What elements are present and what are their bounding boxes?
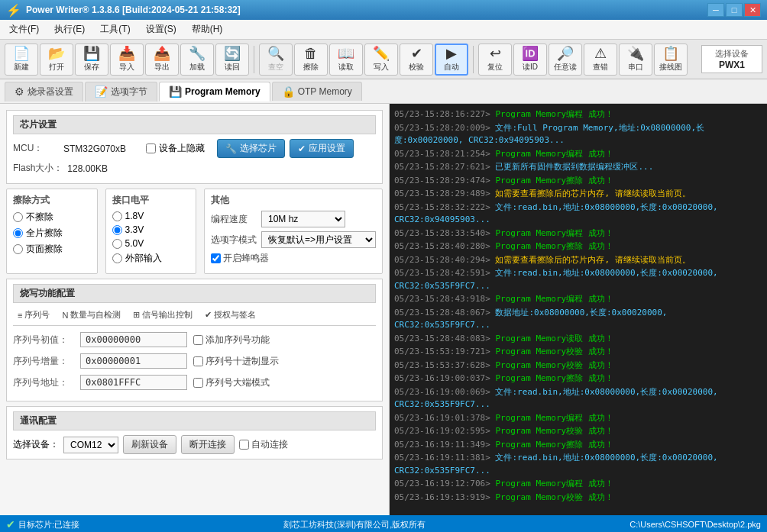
interface-section: 接口电平 1.8V 3.3V 5.0V: [105, 189, 197, 274]
check-empty-button[interactable]: 🔍 查空: [259, 44, 293, 76]
open-button[interactable]: 📂 打开: [40, 44, 73, 76]
auto-connect-checkbox[interactable]: 自动连接: [239, 438, 288, 451]
check-error-button[interactable]: ⚠ 查错: [584, 44, 617, 76]
menu-tools[interactable]: 工具(T): [94, 21, 136, 37]
reset-button[interactable]: ↩ 复位: [478, 44, 512, 76]
menu-bar: 文件(F) 执行(E) 工具(T) 设置(S) 帮助(H): [0, 20, 767, 40]
log-line: 05/23-15:28:40:280> Program Memory擦除 成功！: [394, 240, 762, 253]
wiring-diagram-button[interactable]: 📋 接线图: [654, 44, 688, 76]
mcu-row: MCU： STM32G070xB 设备上隐藏 🔧 选择芯片 ✔ 应用设置: [13, 139, 376, 158]
status-connected-text: 目标芯片:已连接: [18, 519, 79, 530]
read-icon: 📖: [338, 47, 354, 60]
toolbar-divider-2: [473, 46, 474, 73]
serial-tab-sn[interactable]: ≡ 序列号: [13, 308, 54, 322]
mcu-value: STM32G070xB: [63, 143, 126, 154]
tab-burner-settings[interactable]: ⚙ 烧录器设置: [5, 82, 83, 102]
maximize-button[interactable]: □: [726, 3, 743, 17]
other-section: 其他 编程速度 10M hz 选项字模式 恢复默认=>用户设置: [204, 189, 383, 274]
menu-help[interactable]: 帮助(H): [186, 21, 229, 37]
tab-program-memory[interactable]: 💾 Program Memory: [159, 82, 270, 102]
sn-init-input[interactable]: [80, 332, 187, 347]
sn-icon: ≡: [18, 311, 22, 320]
export-icon: 📤: [154, 47, 170, 60]
close-button[interactable]: ✕: [744, 3, 761, 17]
disconnect-button[interactable]: 断开连接: [181, 435, 235, 454]
any-read-button[interactable]: 🔎 任意读: [549, 44, 582, 76]
select-chip-button[interactable]: 🔧 选择芯片: [217, 139, 285, 158]
erase-full-radio[interactable]: 全片擦除: [13, 227, 91, 240]
buzzer-row: 开启蜂鸣器: [211, 252, 376, 265]
speed-row: 编程速度 10M hz: [211, 211, 376, 227]
menu-file[interactable]: 文件(F): [3, 21, 45, 37]
log-line: 05/23-16:19:11:381> 文件:read.bin,地址:0x080…: [394, 452, 762, 477]
comm-row: 选择设备： COM12 刷新设备 断开连接 自动连接: [13, 435, 376, 454]
serial-tab-count[interactable]: N 数量与自检测: [57, 308, 125, 322]
add-sn-checkbox[interactable]: 添加序列号功能: [193, 334, 270, 347]
buzzer-checkbox[interactable]: 开启蜂鸣器: [211, 252, 269, 265]
device-panel: 选择设备 PWX1: [701, 45, 762, 73]
serial-tab-signal[interactable]: ⊞ 信号输出控制: [128, 308, 197, 322]
wiring-diagram-icon: 📋: [662, 47, 679, 60]
auth-icon: ✔: [205, 310, 212, 320]
log-line: 05/23-16:19:13:919> Program Memory校验 成功！: [394, 492, 762, 505]
open-icon: 📂: [48, 47, 65, 60]
bigendian-sn-checkbox[interactable]: 序列号大端模式: [193, 376, 270, 389]
write-button[interactable]: ✏️ 写入: [364, 44, 398, 76]
apply-icon: ✔: [298, 143, 306, 154]
export-button[interactable]: 📤 导出: [145, 44, 179, 76]
load-icon: 🔧: [189, 47, 206, 60]
count-icon: N: [62, 311, 68, 320]
log-line: 05/23-15:53:19:721> Program Memory校验 成功！: [394, 346, 762, 359]
decimal-sn-checkbox[interactable]: 序列号十进制显示: [193, 355, 279, 368]
flash-size-row: Flash大小： 128.00KB: [13, 162, 376, 175]
mode-select[interactable]: 恢复默认=>用户设置: [261, 231, 376, 248]
minimize-button[interactable]: ─: [707, 3, 724, 17]
sn-inc-input[interactable]: [80, 353, 187, 369]
apply-settings-button[interactable]: ✔ 应用设置: [290, 139, 354, 158]
left-panel: 芯片设置 MCU： STM32G070xB 设备上隐藏 🔧 选择芯片 ✔ 应用设…: [0, 104, 390, 515]
auto-button[interactable]: ▶ 自动: [435, 44, 468, 76]
interface-1v8-radio[interactable]: 1.8V: [112, 211, 190, 221]
log-line: 05/23-15:28:29:474> Program Memory擦除 成功！: [394, 175, 762, 188]
check-error-icon: ⚠: [594, 47, 607, 60]
tab-option-bytes[interactable]: 📝 选项字节: [85, 82, 157, 102]
comm-device-select[interactable]: COM12: [63, 437, 118, 453]
app-title: Power Writer® 1.3.8.6 [Build:2024-05-21 …: [26, 5, 241, 15]
verify-icon: ✔: [411, 47, 422, 60]
log-line: 05/23-15:28:27:621> 已更新所有固件数据到数据编程缓冲区...: [394, 161, 762, 174]
import-button[interactable]: 📥 导入: [110, 44, 144, 76]
menu-settings[interactable]: 设置(S): [140, 21, 183, 37]
reset-icon: ↩: [490, 47, 501, 60]
read-id-icon: 🆔: [522, 47, 539, 60]
erase-icon: 🗑: [304, 47, 318, 60]
serial-port-icon: 🔌: [627, 47, 644, 60]
log-line: 05/23-15:28:32:222> 文件:read.bin,地址:0x080…: [394, 202, 762, 227]
speed-select[interactable]: 10M hz: [261, 211, 345, 227]
serial-port-button[interactable]: 🔌 串口: [619, 44, 652, 76]
refresh-device-button[interactable]: 刷新设备: [123, 435, 176, 454]
interface-title: 接口电平: [112, 194, 190, 207]
comm-title: 通讯配置: [13, 411, 376, 430]
verify-button[interactable]: ✔ 校验: [400, 44, 433, 76]
menu-execute[interactable]: 执行(E): [48, 21, 91, 37]
interface-ext-radio[interactable]: 外部输入: [112, 252, 190, 265]
interface-5v-radio[interactable]: 5.0V: [112, 238, 190, 249]
read-button[interactable]: 📖 读取: [329, 44, 363, 76]
new-button[interactable]: 📄 新建: [5, 44, 38, 76]
erase-button[interactable]: 🗑 擦除: [294, 44, 328, 76]
hidden-device-checkbox[interactable]: 设备上隐藏: [146, 142, 205, 155]
interface-3v3-radio[interactable]: 3.3V: [112, 224, 190, 235]
sn-addr-input[interactable]: [80, 375, 187, 390]
option-bytes-icon: 📝: [95, 85, 108, 98]
tab-otp-memory[interactable]: 🔒 OTP Memory: [272, 82, 362, 101]
comm-section: 通讯配置 选择设备： COM12 刷新设备 断开连接 自动连接: [6, 406, 383, 459]
chip-settings-title: 芯片设置: [13, 115, 376, 134]
load-button[interactable]: 🔧 加载: [180, 44, 214, 76]
serial-tab-auth[interactable]: ✔ 授权与签名: [200, 308, 261, 322]
save-button[interactable]: 💾 保存: [75, 44, 108, 76]
readback-button[interactable]: 🔄 读回: [215, 44, 249, 76]
erase-no-radio[interactable]: 不擦除: [13, 211, 91, 224]
erase-page-radio[interactable]: 页面擦除: [13, 243, 91, 256]
log-line: 05/23-15:28:16:227> Program Memory编程 成功！: [394, 108, 762, 121]
read-id-button[interactable]: 🆔 读ID: [513, 44, 547, 76]
